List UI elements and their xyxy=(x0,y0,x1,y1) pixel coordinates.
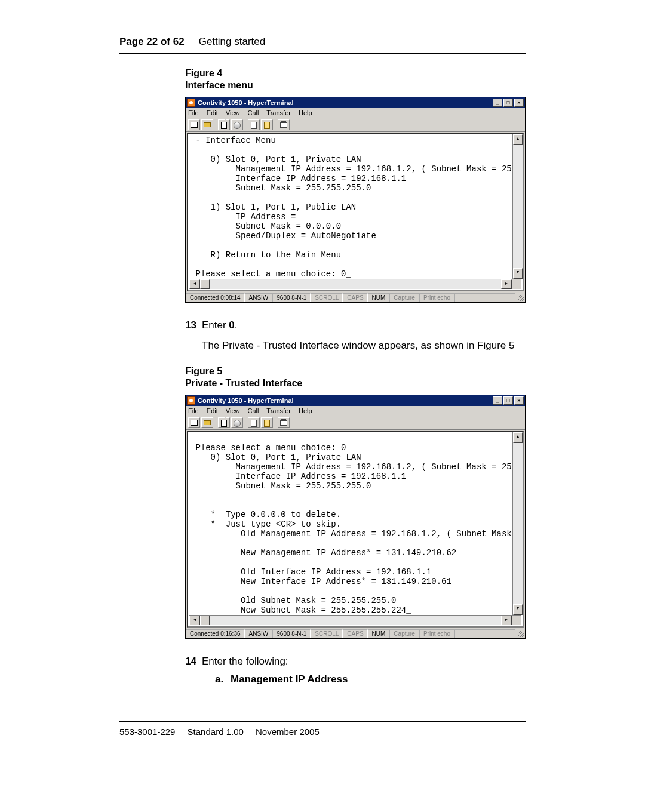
vertical-scrollbar[interactable]: ▴ ▾ xyxy=(512,134,523,279)
scroll-track-h[interactable] xyxy=(200,616,501,625)
disconnect-icon[interactable] xyxy=(231,119,243,130)
scroll-thumb[interactable] xyxy=(200,616,210,625)
menu-view[interactable]: View xyxy=(226,109,240,116)
menu-call[interactable]: Call xyxy=(248,407,259,414)
send-icon[interactable] xyxy=(248,119,260,130)
menu-view[interactable]: View xyxy=(226,407,240,414)
maximize-button[interactable]: □ xyxy=(503,99,513,107)
menu-help[interactable]: Help xyxy=(299,407,312,414)
connect-icon[interactable] xyxy=(218,119,230,130)
step-13: 13 Enter 0. xyxy=(185,319,526,331)
disconnect-icon[interactable] xyxy=(231,417,243,428)
footer-docnum: 553-3001-229 xyxy=(119,727,175,737)
substep-letter: a. xyxy=(215,673,231,685)
menu-bar[interactable]: File Edit View Call Transfer Help xyxy=(186,108,525,118)
substep-label: Management IP Address xyxy=(231,673,348,685)
menu-bar[interactable]: File Edit View Call Transfer Help xyxy=(186,406,525,416)
step-number: 13 xyxy=(185,319,202,331)
menu-transfer[interactable]: Transfer xyxy=(266,109,291,116)
step-14a: a. Management IP Address xyxy=(215,673,526,685)
status-echo: Print echo xyxy=(419,629,454,638)
scroll-track-h[interactable] xyxy=(200,279,501,289)
app-icon xyxy=(187,99,195,107)
step-number: 14 xyxy=(185,656,202,668)
page-footer: 553-3001-229 Standard 1.00 November 2005 xyxy=(119,721,526,737)
toolbar xyxy=(186,416,525,430)
hyperterminal-window-fig5: Contivity 1050 - HyperTerminal _ □ × Fil… xyxy=(185,395,526,639)
terminal-frame: - Interface Menu 0) Slot 0, Port 1, Priv… xyxy=(187,133,524,291)
scroll-down-icon[interactable]: ▾ xyxy=(513,604,523,615)
status-connected: Connected 0:16:36 xyxy=(186,629,245,638)
vertical-scrollbar[interactable]: ▴ ▾ xyxy=(512,432,523,615)
figure4-caption: Interface menu xyxy=(185,80,526,91)
page-number: Page 22 of 62 xyxy=(119,36,185,48)
scroll-right-icon[interactable]: ▸ xyxy=(501,616,512,625)
close-button[interactable]: × xyxy=(514,99,524,107)
horizontal-scrollbar[interactable]: ◂ ▸ xyxy=(189,279,521,289)
status-connected: Connected 0:08:14 xyxy=(186,293,245,302)
step-14: 14 Enter the following: xyxy=(185,656,526,668)
toolbar xyxy=(186,118,525,132)
status-term: ANSIW xyxy=(245,293,273,302)
scroll-down-icon[interactable]: ▾ xyxy=(513,268,523,279)
status-scroll: SCROLL xyxy=(311,293,343,302)
page-header: Page 22 of 62 Getting started xyxy=(119,36,526,54)
status-capture: Capture xyxy=(389,293,419,302)
scroll-track[interactable] xyxy=(513,443,523,604)
figure4-label: Figure 4 xyxy=(185,68,526,79)
window-title: Contivity 1050 - HyperTerminal xyxy=(198,397,493,404)
step-text: Enter the following: xyxy=(202,656,288,668)
footer-standard: Standard 1.00 xyxy=(188,727,244,737)
resize-grip-icon[interactable] xyxy=(515,293,525,302)
scroll-left-icon[interactable]: ◂ xyxy=(189,616,200,625)
scroll-thumb[interactable] xyxy=(200,279,210,289)
new-icon[interactable] xyxy=(188,119,200,130)
receive-icon[interactable] xyxy=(261,119,273,130)
status-echo: Print echo xyxy=(419,293,454,302)
horizontal-scrollbar[interactable]: ◂ ▸ xyxy=(189,615,521,625)
menu-call[interactable]: Call xyxy=(248,109,259,116)
maximize-button[interactable]: □ xyxy=(503,396,513,405)
menu-edit[interactable]: Edit xyxy=(207,407,218,414)
open-icon[interactable] xyxy=(201,417,213,428)
receive-icon[interactable] xyxy=(261,417,273,428)
minimize-button[interactable]: _ xyxy=(493,99,502,107)
hyperterminal-window-fig4: Contivity 1050 - HyperTerminal _ □ × Fil… xyxy=(185,97,526,303)
close-button[interactable]: × xyxy=(514,396,524,405)
section-title: Getting started xyxy=(199,36,266,48)
step-text: Enter 0. xyxy=(202,319,238,331)
connect-icon[interactable] xyxy=(218,417,230,428)
terminal-frame: Please select a menu choice: 0 0) Slot 0… xyxy=(187,431,524,628)
scroll-left-icon[interactable]: ◂ xyxy=(189,279,200,289)
scroll-up-icon[interactable]: ▴ xyxy=(513,134,523,145)
status-caps: CAPS xyxy=(343,629,367,638)
send-icon[interactable] xyxy=(248,417,260,428)
terminal-output[interactable]: - Interface Menu 0) Slot 0, Port 1, Priv… xyxy=(188,134,512,279)
step-13-result: The Private - Trusted Interface window a… xyxy=(202,340,526,352)
properties-icon[interactable] xyxy=(278,417,290,428)
menu-transfer[interactable]: Transfer xyxy=(266,407,291,414)
status-baud: 9600 8-N-1 xyxy=(272,293,311,302)
footer-date: November 2005 xyxy=(256,727,320,737)
scroll-up-icon[interactable]: ▴ xyxy=(513,432,523,443)
status-num: NUM xyxy=(368,293,390,302)
figure5-caption: Private - Trusted Interface xyxy=(185,378,526,389)
status-caps: CAPS xyxy=(343,293,367,302)
open-icon[interactable] xyxy=(201,119,213,130)
menu-file[interactable]: File xyxy=(188,407,199,414)
app-icon xyxy=(187,396,195,405)
status-scroll: SCROLL xyxy=(311,629,343,638)
minimize-button[interactable]: _ xyxy=(493,396,502,405)
title-bar[interactable]: Contivity 1050 - HyperTerminal _ □ × xyxy=(186,97,525,108)
title-bar[interactable]: Contivity 1050 - HyperTerminal _ □ × xyxy=(186,395,525,406)
new-icon[interactable] xyxy=(188,417,200,428)
properties-icon[interactable] xyxy=(278,119,290,130)
terminal-output[interactable]: Please select a menu choice: 0 0) Slot 0… xyxy=(188,432,512,615)
menu-file[interactable]: File xyxy=(188,109,199,116)
scroll-track[interactable] xyxy=(513,145,523,268)
resize-grip-icon[interactable] xyxy=(515,629,525,638)
menu-help[interactable]: Help xyxy=(299,109,312,116)
scroll-right-icon[interactable]: ▸ xyxy=(501,279,512,289)
status-capture: Capture xyxy=(389,629,419,638)
menu-edit[interactable]: Edit xyxy=(207,109,218,116)
